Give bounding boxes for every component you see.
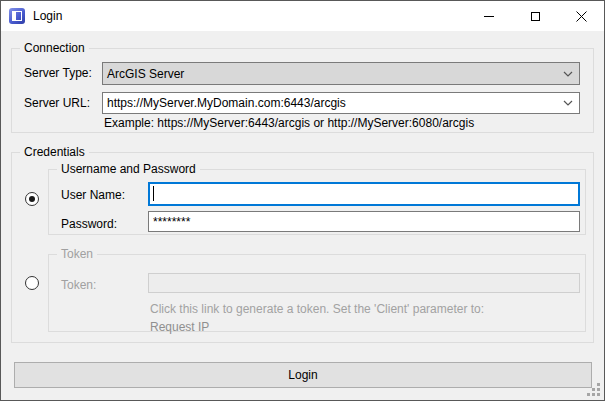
login-window: Login Connection Server Type: ArcGIS Ser…: [0, 0, 605, 401]
text-caret: [153, 186, 154, 201]
server-type-label: Server Type:: [24, 66, 92, 80]
password-input[interactable]: [148, 211, 580, 232]
request-ip-link: Request IP: [150, 320, 209, 334]
server-url-input[interactable]: [103, 93, 557, 113]
caption-buttons: [466, 1, 604, 31]
server-type-select[interactable]: ArcGIS Server: [102, 62, 580, 85]
window-title: Login: [33, 9, 62, 23]
token-group: Token Token: Click this link to generate…: [48, 254, 586, 332]
minimize-button[interactable]: [466, 1, 512, 31]
server-url-label: Server URL:: [24, 96, 90, 110]
app-icon: [9, 8, 25, 24]
server-url-example-text: Example: https://MyServer:6443/arcgis or…: [104, 116, 474, 130]
connection-group-label: Connection: [20, 41, 89, 56]
token-help-text: Click this link to generate a token. Set…: [150, 302, 484, 316]
server-type-value: ArcGIS Server: [103, 63, 557, 84]
minimize-icon: [484, 16, 494, 17]
close-icon: [576, 11, 587, 22]
user-name-label: User Name:: [61, 188, 125, 202]
username-password-group: Username and Password User Name: Passwor…: [48, 169, 586, 235]
maximize-button[interactable]: [512, 1, 558, 31]
server-url-combobox[interactable]: [102, 92, 580, 114]
token-radio[interactable]: [25, 276, 39, 290]
resize-grip[interactable]: [587, 383, 600, 396]
user-name-input[interactable]: [148, 182, 580, 206]
maximize-icon: [531, 12, 540, 21]
password-label: Password:: [61, 217, 117, 231]
titlebar[interactable]: Login: [1, 1, 604, 31]
credentials-group: Credentials Username and Password User N…: [11, 152, 594, 343]
chevron-down-icon: [557, 63, 579, 84]
username-password-group-label: Username and Password: [57, 162, 200, 177]
token-input: [148, 273, 580, 293]
login-button[interactable]: Login: [14, 362, 592, 388]
login-button-label: Login: [288, 368, 317, 382]
username-password-radio[interactable]: [25, 192, 39, 206]
credentials-group-label: Credentials: [20, 145, 89, 160]
chevron-down-icon: [563, 100, 573, 106]
close-button[interactable]: [558, 1, 604, 31]
server-url-dropdown-button[interactable]: [557, 93, 579, 113]
connection-group: Connection Server Type: ArcGIS Server Se…: [11, 48, 594, 133]
token-group-label: Token: [57, 247, 97, 262]
token-label: Token:: [61, 278, 96, 292]
